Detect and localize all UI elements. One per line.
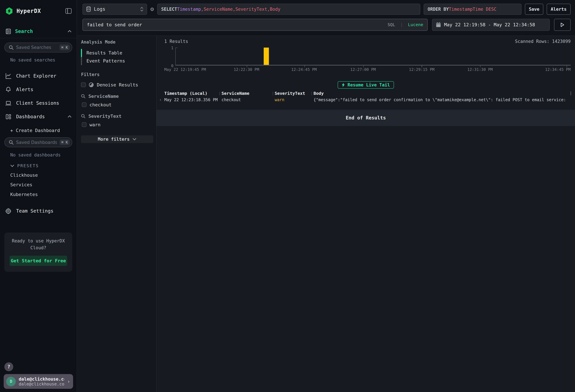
play-icon bbox=[560, 23, 564, 27]
source-select[interactable]: Logs bbox=[82, 4, 147, 15]
column-header-servicename[interactable]: ServiceName bbox=[221, 91, 271, 96]
column-resize-handle[interactable]: ⋮ bbox=[218, 91, 221, 95]
filter-option-label: checkout bbox=[90, 102, 112, 107]
end-of-results-banner: End of Results bbox=[157, 110, 575, 126]
search-icon[interactable] bbox=[81, 114, 85, 118]
denoise-results-option[interactable]: Denoise Results bbox=[81, 82, 153, 88]
saved-searches-input-wrap: ⌘ K bbox=[4, 43, 72, 52]
calendar-icon bbox=[436, 22, 441, 27]
x-axis-tick: 12:34:45 PM bbox=[545, 67, 571, 72]
content: Logs ⚙ SELECT Timestamp, ServiceName, Se… bbox=[77, 0, 575, 392]
get-started-button[interactable]: Get Started for Free bbox=[10, 256, 67, 266]
save-button[interactable]: Save bbox=[525, 4, 544, 15]
denoise-icon bbox=[89, 82, 94, 88]
presets-toggle[interactable]: PRESETS bbox=[10, 163, 77, 168]
histogram-plot[interactable] bbox=[175, 47, 571, 66]
mode-results-table[interactable]: Results Table bbox=[81, 49, 153, 57]
column-resize-handle[interactable]: ⋮ bbox=[271, 91, 275, 95]
sidebar-item-client-sessions[interactable]: Client Sessions bbox=[0, 96, 77, 110]
time-range-value: May 22 12:19:58 - May 22 12:34:58 bbox=[444, 22, 535, 27]
sidebar-footer: ? D dale@clickhouse.com dale@clickhouse.… bbox=[0, 362, 77, 392]
brand-row[interactable]: HyperDX bbox=[0, 0, 77, 17]
create-dashboard-button[interactable]: + Create Dashboard bbox=[10, 128, 77, 133]
more-filters-button[interactable]: More filters bbox=[81, 135, 153, 143]
sidebar-item-label: Search bbox=[15, 28, 64, 34]
saved-searches-input[interactable] bbox=[16, 45, 57, 50]
search-icon bbox=[9, 45, 13, 50]
search-section-icon bbox=[5, 28, 11, 35]
filter-option-warn[interactable]: warn bbox=[82, 122, 153, 127]
chevron-down-icon bbox=[132, 138, 137, 140]
checkout-checkbox[interactable] bbox=[82, 102, 87, 107]
preset-services[interactable]: Services bbox=[10, 182, 77, 187]
sidebar-item-alerts[interactable]: Alerts bbox=[0, 83, 77, 96]
table-row[interactable]: › May 22 12:23:18.356 PM checkout warn {… bbox=[157, 97, 575, 103]
histogram-bar-warn[interactable] bbox=[264, 47, 269, 65]
sidebar-item-search[interactable]: Search bbox=[0, 27, 77, 38]
dashboards-icon bbox=[5, 114, 11, 120]
filter-group-servicename: ServiceName bbox=[81, 94, 153, 99]
collapse-sidebar-icon[interactable] bbox=[65, 8, 72, 14]
time-range-picker[interactable]: May 22 12:19:58 - May 22 12:34:58 bbox=[432, 19, 550, 31]
filter-group-severitytext: SeverityText bbox=[81, 114, 153, 119]
results-histogram: 1 0 bbox=[157, 47, 571, 66]
presets-label: PRESETS bbox=[17, 163, 39, 168]
resume-live-tail-button[interactable]: Resume Live Tail bbox=[338, 81, 394, 89]
lang-divider: | bbox=[400, 22, 403, 27]
help-button[interactable]: ? bbox=[4, 362, 13, 371]
analysis-mode-heading: Analysis Mode bbox=[81, 40, 153, 45]
filter-option-label: warn bbox=[90, 122, 101, 127]
x-axis-tick: 12:27:00 PM bbox=[350, 67, 376, 72]
saved-dashboards-input[interactable] bbox=[16, 140, 57, 145]
query-header: Logs ⚙ SELECT Timestamp, ServiceName, Se… bbox=[77, 0, 575, 36]
search-icon[interactable] bbox=[81, 94, 85, 98]
sidebar-item-dashboards[interactable]: Dashboards bbox=[0, 110, 77, 123]
sidebar: HyperDX Search ⌘ K No saved searches bbox=[0, 0, 77, 392]
no-saved-searches-note: No saved searches bbox=[10, 57, 77, 63]
sidebar-nav: Chart Explorer Alerts Client Sessions bbox=[0, 69, 77, 123]
chevron-up-icon bbox=[68, 115, 72, 118]
order-by-input[interactable]: ORDER BY TimestampTime DESC bbox=[424, 4, 522, 15]
column-header-severitytext[interactable]: SeverityText bbox=[275, 91, 310, 96]
run-query-button[interactable] bbox=[554, 19, 571, 31]
mode-event-patterns[interactable]: Event Patterns bbox=[81, 57, 153, 65]
sidebar-item-chart-explorer[interactable]: Chart Explorer bbox=[0, 69, 77, 83]
select-field: ServiceName bbox=[204, 7, 233, 12]
expand-row-icon[interactable]: › bbox=[157, 97, 164, 102]
avatar: D bbox=[6, 377, 16, 386]
results-count: 1 Results bbox=[164, 39, 188, 44]
sidebar-item-label: Dashboards bbox=[16, 114, 63, 119]
select-keyword: SELECT bbox=[161, 7, 177, 12]
column-resize-handle[interactable]: ⋮ bbox=[310, 91, 313, 95]
user-menu[interactable]: D dale@clickhouse.com dale@clickhouse.co… bbox=[4, 374, 73, 389]
denoise-checkbox[interactable] bbox=[81, 82, 86, 87]
table-header-row: Timestamp (Local) ⋮ ServiceName ⋮ Severi… bbox=[157, 90, 575, 96]
warn-checkbox[interactable] bbox=[82, 122, 87, 127]
order-by-value: TimestampTime DESC bbox=[449, 7, 496, 12]
filters-panel: Analysis Mode Results Table Event Patter… bbox=[77, 36, 157, 392]
filter-option-checkout[interactable]: checkout bbox=[82, 102, 153, 107]
bell-icon bbox=[5, 87, 11, 93]
x-axis-tick: 12:24:45 PM bbox=[291, 67, 317, 72]
analysis-mode-list: Results Table Event Patterns bbox=[81, 49, 153, 65]
chevron-up-icon bbox=[68, 30, 72, 32]
alerts-button[interactable]: Alerts bbox=[547, 4, 571, 15]
chart-icon bbox=[5, 73, 11, 79]
search-query-input[interactable] bbox=[87, 22, 384, 27]
preset-kubernetes[interactable]: Kubernetes bbox=[10, 192, 77, 197]
source-settings-gear-icon[interactable]: ⚙ bbox=[150, 6, 154, 12]
column-settings-icon[interactable]: ⋮ bbox=[567, 91, 573, 96]
user-subtext: dale@clickhouse.com's bbox=[19, 382, 64, 387]
sql-mode-toggle[interactable]: SQL bbox=[387, 22, 395, 27]
preset-clickhouse[interactable]: Clickhouse bbox=[10, 173, 77, 178]
x-axis-tick: 12:29:15 PM bbox=[409, 67, 434, 72]
sidebar-item-team-settings[interactable]: Team Settings bbox=[0, 204, 77, 218]
lucene-mode-toggle[interactable]: Lucene bbox=[408, 22, 423, 27]
filter-group-name: ServiceName bbox=[88, 94, 119, 99]
select-columns-input[interactable]: SELECT Timestamp, ServiceName, SeverityT… bbox=[157, 4, 420, 15]
column-header-timestamp[interactable]: Timestamp (Local) bbox=[164, 91, 218, 96]
column-header-body[interactable]: Body bbox=[313, 91, 567, 96]
select-chevrons-icon bbox=[140, 7, 144, 11]
denoise-label: Denoise Results bbox=[97, 82, 138, 88]
source-select-value: Logs bbox=[94, 6, 137, 12]
